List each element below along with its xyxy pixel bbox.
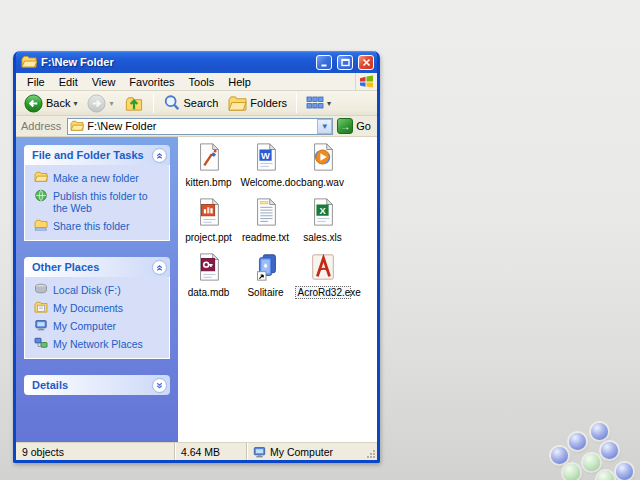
file-bang-wav[interactable]: bang.wav [294,142,351,197]
chevron-down-icon [155,381,164,390]
file-kitten-bmp[interactable]: kitten.bmp [180,142,237,197]
folder-icon [21,55,37,69]
collapse-button[interactable] [152,148,167,163]
task-label: My Documents [53,302,123,314]
status-zone: My Computer [247,443,365,460]
my-documents-icon [34,301,48,313]
views-icon [306,95,324,111]
task-label: Publish this folder to the Web [53,190,165,214]
panel-header-other-places[interactable]: Other Places [24,257,170,277]
menu-view[interactable]: View [85,75,123,89]
file-name: project.ppt [182,231,235,244]
file-name: Solitaire [244,286,286,299]
file-name: sales.xls [300,231,344,244]
menu-help[interactable]: Help [221,75,258,89]
panel-header-file-folder-tasks[interactable]: File and Folder Tasks [24,145,170,165]
file-project-ppt[interactable]: project.ppt [180,197,237,252]
file-data-mdb[interactable]: data.mdb [180,252,237,307]
decor-sphere [597,471,614,480]
back-button[interactable]: Back ▾ [20,93,81,114]
explorer-window: F:\New Folder File Edit View Favorites T… [13,51,380,463]
excel-file-icon: X [308,197,338,227]
chevron-up-icon [155,151,164,160]
menu-favorites[interactable]: Favorites [122,75,181,89]
slide-background: F:\New Folder File Edit View Favorites T… [0,0,640,480]
address-input[interactable]: F:\New Folder ▼ [67,118,333,135]
my-computer-icon [253,446,266,458]
toolbar: Back ▾ ▾ [16,91,377,116]
back-icon [24,94,43,113]
file-name: kitten.bmp [182,176,234,189]
file-name: bang.wav [298,176,347,189]
place-my-computer[interactable]: My Computer [34,320,165,332]
task-publish-to-web[interactable]: Publish this folder to the Web [34,190,165,214]
task-label: Share this folder [53,220,129,232]
task-share-folder[interactable]: Share this folder [34,220,165,232]
expand-button[interactable] [152,378,167,393]
panel-body: Make a new folder Publish this folder to… [24,165,170,241]
forward-dropdown-caret: ▾ [109,99,113,108]
new-folder-icon [34,171,48,183]
views-dropdown-caret[interactable]: ▾ [327,99,331,108]
file-name: readme.txt [239,231,292,244]
file-acrord32-exe[interactable]: AcroRd32.exe [294,252,351,307]
maximize-button[interactable] [337,55,353,70]
svg-text:W: W [261,151,270,161]
folders-button[interactable]: Folders [224,94,291,113]
panel-file-folder-tasks: File and Folder Tasks [24,145,170,241]
file-readme-txt[interactable]: readme.txt [237,197,294,252]
up-button[interactable] [120,93,148,114]
go-button[interactable]: → Go [337,118,374,134]
task-make-new-folder[interactable]: Make a new folder [34,172,165,184]
file-sales-xls[interactable]: X sales.xls [294,197,351,252]
toolbar-separator [296,93,297,113]
forward-icon [87,94,106,113]
back-label: Back [46,97,70,109]
solitaire-shortcut-icon [251,252,281,282]
resize-grip[interactable] [365,443,377,460]
go-label: Go [356,120,371,132]
task-label: Make a new folder [53,172,139,184]
file-welcome-doc[interactable]: W Welcome.doc [237,142,294,197]
panel-details: Details [24,375,170,395]
minimize-button[interactable] [316,55,332,70]
file-solitaire[interactable]: Solitaire [237,252,294,307]
wave-audio-icon [308,142,338,172]
menu-tools[interactable]: Tools [182,75,222,89]
powerpoint-file-icon [194,197,224,227]
forward-button[interactable]: ▾ [83,93,117,114]
close-button[interactable] [358,55,374,70]
decor-sphere [551,447,568,464]
window-title: F:\New Folder [41,56,311,68]
acrobat-reader-icon [308,252,338,282]
place-local-disk[interactable]: Local Disk (F:) [34,284,165,296]
status-object-count: 9 objects [16,443,175,460]
address-value: F:\New Folder [87,120,314,132]
close-icon [362,58,371,67]
back-dropdown-caret[interactable]: ▾ [73,99,77,108]
status-total-size: 4.64 MB [175,443,247,460]
panel-other-places: Other Places L [24,257,170,359]
search-label: Search [184,97,219,109]
toolbar-separator [153,93,154,113]
collapse-button[interactable] [152,260,167,275]
my-computer-icon [34,319,48,331]
task-label: My Computer [53,320,116,332]
object-count-text: 9 objects [22,446,64,458]
panel-title: Details [32,379,68,391]
address-dropdown-button[interactable]: ▼ [317,119,332,134]
place-my-documents[interactable]: My Documents [34,302,165,314]
explorer-content: File and Folder Tasks [16,137,377,442]
panel-title: Other Places [32,261,99,273]
place-my-network[interactable]: My Network Places [34,338,165,350]
decor-sphere [583,454,600,471]
menu-file[interactable]: File [20,75,52,89]
file-name: data.mdb [185,286,233,299]
panel-header-details[interactable]: Details [24,375,170,395]
views-button[interactable]: ▾ [302,94,335,112]
search-button[interactable]: Search [159,93,223,113]
titlebar[interactable]: F:\New Folder [16,51,377,73]
chevron-up-icon [155,263,164,272]
menu-edit[interactable]: Edit [52,75,85,89]
task-label: Local Disk (F:) [53,284,121,296]
